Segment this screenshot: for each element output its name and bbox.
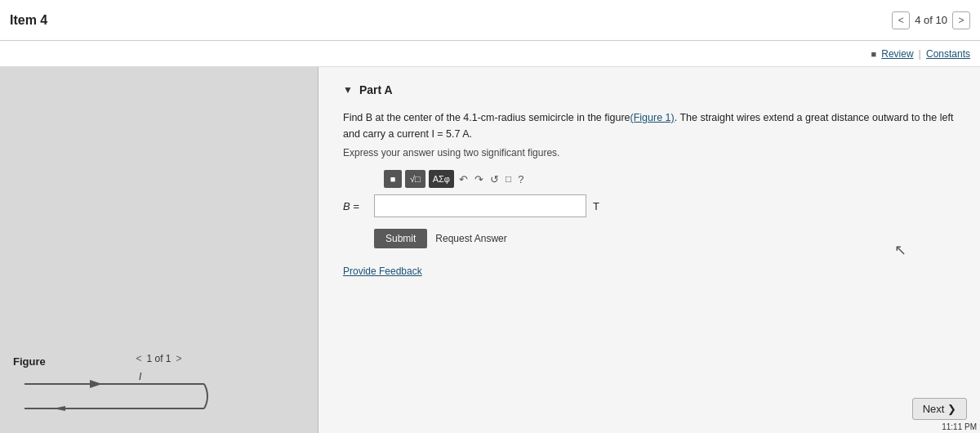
review-icon: ■ [871,49,877,59]
doc-button[interactable]: □ [504,172,513,186]
help-button[interactable]: ? [516,172,525,187]
item-label: Item 4 [10,13,47,28]
svg-marker-2 [90,380,102,388]
part-title: Part A [359,83,393,96]
answer-input[interactable] [374,194,586,217]
problem-text: Find B at the center of the 4.1-cm-radiu… [343,109,956,142]
refresh-button[interactable]: ↺ [488,172,501,187]
next-button[interactable]: Next ❯ [912,398,967,420]
review-link[interactable]: Review [881,48,913,60]
main-layout: I Figure < 1 of 1 > ▼ Part A Find B at t… [0,67,980,433]
submit-button[interactable]: Submit [374,229,427,248]
answer-label: B = [343,200,368,212]
undo-button[interactable]: ↶ [457,172,470,187]
figure-nav: < 1 of 1 > [136,353,181,364]
figure-prev-button[interactable]: < [136,353,141,364]
problem-text-part1: Find B at the center of the 4.1-cm-radiu… [343,112,630,123]
redo-button[interactable]: ↷ [473,172,485,187]
express-text: Express your answer using two significan… [343,147,956,158]
next-item-button[interactable]: > [952,11,970,29]
constants-link[interactable]: Constants [926,48,970,60]
request-answer-button[interactable]: Request Answer [435,233,506,244]
svg-marker-5 [53,406,65,411]
part-arrow: ▼ [343,84,353,96]
buttons-row: Submit Request Answer [374,229,956,248]
math-toolbar: ■ √□ AΣφ ↶ ↷ ↺ □ ? [384,170,956,188]
prev-item-button[interactable]: < [892,11,910,29]
figure-drawing: I [24,368,294,425]
feedback-link[interactable]: Provide Feedback [343,266,422,277]
left-panel: I Figure < 1 of 1 > [0,67,318,433]
sqrt-button[interactable]: √□ [405,170,425,188]
top-bar: Item 4 < 4 of 10 > [0,0,980,41]
answer-unit: T [593,200,599,212]
item-counter: 4 of 10 [915,14,947,26]
review-bar: ■ Review | Constants [0,41,980,67]
figure-label: Figure [13,355,46,368]
figure-page: 1 of 1 [146,353,171,364]
ase-button[interactable]: AΣφ [429,170,454,188]
figure-next-button[interactable]: > [176,353,182,364]
figure-svg: I [24,368,294,425]
svg-text:I: I [139,371,142,382]
dark-square-button[interactable]: ■ [384,170,402,188]
right-panel: ▼ Part A Find B at the center of the 4.1… [318,67,980,433]
separator: | [919,47,921,60]
answer-row: B = T [343,194,956,217]
nav-counter: < 4 of 10 > [892,11,970,29]
time-display: 11:11 PM [942,422,977,431]
figure-link[interactable]: (Figure 1) [630,112,675,123]
part-header: ▼ Part A [343,83,956,96]
